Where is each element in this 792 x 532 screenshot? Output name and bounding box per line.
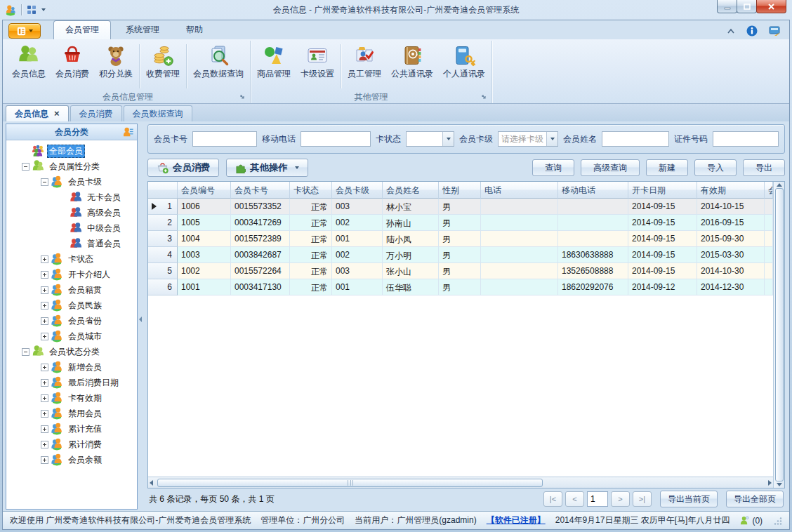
- scroll-up-icon[interactable]: [777, 183, 782, 187]
- fee-mgmt-button[interactable]: 收费管理: [141, 41, 185, 91]
- tree-item-3[interactable]: 无卡会员: [6, 189, 137, 205]
- vertical-scroll-thumb[interactable]: [775, 188, 784, 481]
- tree-item-7[interactable]: 卡状态: [6, 251, 137, 267]
- prev-page-button[interactable]: <: [565, 491, 584, 507]
- expand-icon[interactable]: [41, 364, 48, 371]
- column-header-7[interactable]: 移动电话: [558, 182, 628, 199]
- column-header-10[interactable]: 会员: [765, 182, 773, 199]
- collapse-icon[interactable]: [41, 178, 48, 186]
- minimize-button[interactable]: [717, 0, 737, 13]
- tree-item-1[interactable]: 会员属性分类: [6, 159, 137, 174]
- tree-item-20[interactable]: 会员余额: [6, 452, 137, 467]
- scroll-down-icon[interactable]: [777, 483, 782, 486]
- tree-item-0[interactable]: 全部会员: [6, 143, 137, 159]
- other-operations-button[interactable]: 其他操作: [226, 159, 308, 177]
- member-info-button[interactable]: 会员信息: [7, 41, 51, 91]
- public-contacts-button[interactable]: 公共通讯录: [386, 41, 438, 91]
- expand-icon[interactable]: [41, 333, 48, 340]
- row-header[interactable]: 3: [148, 231, 178, 247]
- id-number-input[interactable]: [713, 131, 779, 147]
- tree-item-10[interactable]: 会员民族: [6, 298, 137, 313]
- card-level-select[interactable]: 请选择卡级: [498, 131, 558, 147]
- card-status-select[interactable]: [406, 131, 454, 147]
- feedback-icon[interactable]: [769, 26, 781, 36]
- export-button[interactable]: 导出: [743, 159, 785, 176]
- import-button[interactable]: 导入: [694, 159, 737, 176]
- tree-item-16[interactable]: 卡有效期: [6, 390, 137, 406]
- tree-item-13[interactable]: 会员状态分类: [6, 344, 137, 359]
- column-header-3[interactable]: 会员卡级: [332, 182, 383, 199]
- member-consume-button[interactable]: 会员消费: [51, 41, 94, 91]
- table-row-4[interactable]: 510020015572264正常003张小山男135265088882014-…: [148, 263, 773, 279]
- expand-icon[interactable]: [41, 456, 48, 464]
- tree-item-9[interactable]: 会员籍贯: [6, 282, 137, 298]
- row-header[interactable]: 4: [148, 247, 178, 263]
- tree-item-14[interactable]: 新增会员: [6, 359, 137, 375]
- collapse-icon[interactable]: [22, 163, 29, 171]
- goods-mgmt-button[interactable]: 商品管理: [252, 41, 296, 91]
- tree-item-15[interactable]: 最后消费日期: [6, 375, 137, 390]
- ribbon-tab-2[interactable]: 帮助: [174, 20, 215, 39]
- application-menu-button[interactable]: [8, 23, 41, 39]
- dialog-launcher-icon[interactable]: [482, 95, 488, 101]
- expand-icon[interactable]: [41, 441, 48, 448]
- dialog-launcher-icon[interactable]: [240, 95, 246, 101]
- expand-icon[interactable]: [41, 394, 48, 402]
- tree-item-12[interactable]: 会员城市: [6, 328, 137, 344]
- advanced-query-button[interactable]: 高级查询: [581, 159, 640, 176]
- collapse-ribbon-icon[interactable]: [727, 28, 735, 34]
- tree-item-11[interactable]: 会员省份: [6, 313, 137, 328]
- column-header-2[interactable]: 卡状态: [290, 182, 332, 199]
- next-page-button[interactable]: >: [611, 491, 630, 507]
- sidebar-splitter[interactable]: [138, 124, 143, 510]
- tree-item-5[interactable]: 中级会员: [6, 220, 137, 236]
- scroll-left-icon[interactable]: [150, 480, 153, 486]
- column-header-6[interactable]: 电话: [481, 182, 558, 199]
- info-icon[interactable]: [746, 25, 758, 36]
- table-row-5[interactable]: 610010003417130正常001伍华聪男186202920762014-…: [148, 279, 773, 295]
- online-user-icon[interactable]: [739, 515, 750, 526]
- ribbon-tab-0[interactable]: 会员管理: [53, 20, 111, 39]
- table-row-3[interactable]: 410030003842687正常002万小明男186306388882014-…: [148, 247, 773, 263]
- row-header[interactable]: 6: [148, 279, 178, 295]
- scroll-right-icon[interactable]: [768, 480, 772, 486]
- tree-item-8[interactable]: 开卡介绍人: [6, 267, 137, 282]
- row-header[interactable]: 1: [148, 199, 178, 215]
- new-button[interactable]: 新建: [646, 159, 688, 176]
- card-level-settings-button[interactable]: 卡级设置: [296, 41, 339, 91]
- column-header-1[interactable]: 会员卡号: [231, 182, 290, 199]
- export-all-pages-button[interactable]: 导出全部页: [726, 491, 784, 507]
- row-header[interactable]: 5: [148, 263, 178, 279]
- chevron-down-icon[interactable]: [442, 132, 454, 146]
- table-row-2[interactable]: 310040015572389正常001陆小凤男2014-09-152015-0…: [148, 231, 773, 247]
- vertical-scrollbar[interactable]: [773, 182, 784, 488]
- tree-item-17[interactable]: 禁用会员: [6, 406, 137, 421]
- expand-icon[interactable]: [41, 317, 48, 325]
- expand-icon[interactable]: [41, 255, 48, 263]
- column-header-0[interactable]: 会员编号: [178, 182, 231, 199]
- expand-icon[interactable]: [41, 379, 48, 387]
- collapse-icon[interactable]: [22, 348, 29, 356]
- first-page-button[interactable]: |<: [543, 491, 562, 507]
- chevron-down-icon[interactable]: [546, 132, 557, 146]
- horizontal-scroll-thumb[interactable]: [157, 479, 543, 487]
- tree-item-19[interactable]: 累计消费: [6, 437, 137, 452]
- quick-access-dropdown-icon[interactable]: [41, 8, 46, 11]
- close-button[interactable]: [756, 0, 786, 13]
- close-tab-icon[interactable]: ×: [54, 110, 60, 117]
- column-header-8[interactable]: 开卡日期: [628, 182, 697, 199]
- tree-item-6[interactable]: 普通会员: [6, 236, 137, 251]
- maximize-button[interactable]: [737, 0, 757, 13]
- column-header-5[interactable]: 性别: [439, 182, 481, 199]
- personal-contacts-button[interactable]: 个人通讯录: [438, 41, 490, 91]
- column-header-9[interactable]: 有效期: [697, 182, 765, 199]
- tree-item-2[interactable]: 会员卡级: [6, 174, 137, 189]
- table-row-0[interactable]: 110060015573352正常003林小宝男2014-09-152014-1…: [148, 199, 773, 215]
- expand-icon[interactable]: [41, 410, 48, 418]
- doc-tab-2[interactable]: 会员数据查询: [124, 105, 192, 121]
- ribbon-tab-1[interactable]: 系统管理: [114, 20, 171, 39]
- expand-icon[interactable]: [41, 425, 48, 433]
- export-current-page-button[interactable]: 导出当前页: [660, 491, 718, 507]
- staff-mgmt-button[interactable]: 员工管理: [343, 41, 386, 91]
- column-header-4[interactable]: 会员姓名: [383, 182, 439, 199]
